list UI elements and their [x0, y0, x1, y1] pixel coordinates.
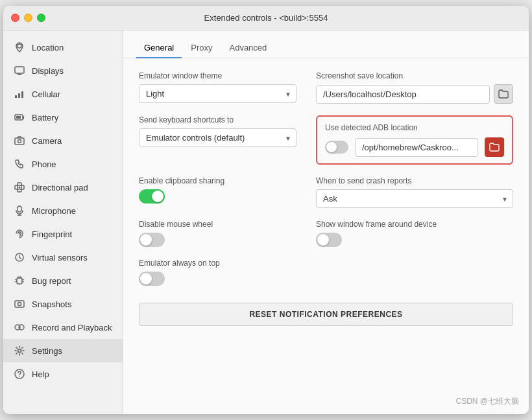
- sidebar-label-virtual-sensors: Virtual sensors: [32, 253, 88, 262]
- traffic-lights: [11, 14, 45, 22]
- window-frame-label: Show window frame around device: [316, 220, 513, 229]
- keyboard-shortcuts-group: Send keyboard shortcuts to Emulator cont…: [139, 115, 296, 165]
- tab-proxy[interactable]: Proxy: [183, 38, 220, 58]
- screenshot-path-field: [316, 84, 513, 104]
- sidebar-item-record-playback[interactable]: Record and Playback: [3, 316, 123, 339]
- close-button[interactable]: [11, 14, 19, 22]
- mouse-wheel-toggle[interactable]: [139, 233, 165, 247]
- sidebar-item-phone[interactable]: Phone: [3, 152, 123, 176]
- sidebar-label-fingerprint: Fingerprint: [32, 229, 72, 239]
- adb-path-input[interactable]: [355, 138, 478, 157]
- svg-point-0: [18, 44, 21, 48]
- emulator-theme-select[interactable]: Light: [139, 84, 296, 103]
- screenshot-folder-button[interactable]: [494, 84, 513, 104]
- microphone-icon: [14, 205, 25, 216]
- sidebar-item-snapshots[interactable]: Snapshots: [3, 292, 123, 316]
- fingerprint-icon: [14, 228, 25, 240]
- sidebar-label-phone: Phone: [32, 159, 56, 169]
- sidebar-item-microphone[interactable]: Microphone: [3, 199, 123, 222]
- snapshots-icon: [14, 298, 25, 310]
- always-on-top-toggle[interactable]: [139, 272, 165, 286]
- titlebar: Extended controls - <build>:5554: [3, 6, 529, 30]
- keyboard-shortcuts-select[interactable]: Emulator controls (default): [139, 128, 296, 147]
- sidebar-label-record-playback: Record and Playback: [32, 323, 112, 332]
- crash-reports-group: When to send crash reports Ask ▼: [316, 176, 513, 208]
- window-frame-toggle[interactable]: [316, 233, 342, 247]
- crash-reports-select[interactable]: Ask: [316, 189, 513, 208]
- keyboard-shortcuts-select-wrapper: Emulator controls (default) ▼: [139, 128, 296, 147]
- battery-icon: [14, 111, 25, 123]
- always-on-top-group: Emulator always on top: [139, 259, 296, 286]
- sidebar-item-bug-report[interactable]: Bug report: [3, 269, 123, 292]
- tab-general[interactable]: General: [136, 38, 182, 58]
- sidebar-item-fingerprint[interactable]: Fingerprint: [3, 222, 123, 246]
- sidebar-label-camera: Camera: [32, 136, 62, 146]
- directional-pad-icon: [14, 181, 25, 193]
- sidebar-item-settings[interactable]: Settings: [3, 339, 123, 362]
- svg-rect-3: [18, 93, 20, 98]
- mouse-wheel-label: Disable mouse wheel: [139, 220, 296, 229]
- phone-icon: [14, 158, 25, 170]
- virtual-sensors-icon: [14, 251, 25, 263]
- sidebar-label-bug-report: Bug report: [32, 276, 71, 286]
- sidebar-item-camera[interactable]: Camera: [3, 129, 123, 152]
- svg-rect-1: [15, 67, 24, 73]
- location-icon: [14, 41, 25, 53]
- sidebar-label-microphone: Microphone: [32, 206, 76, 216]
- sidebar-label-directional-pad: Directional pad: [32, 183, 88, 192]
- camera-icon: [14, 135, 25, 146]
- sidebar-label-cellular: Cellular: [32, 89, 60, 99]
- window-title: Extended controls - <build>:5554: [204, 13, 328, 23]
- svg-point-25: [18, 349, 21, 353]
- sidebar-item-location[interactable]: Location: [3, 36, 123, 59]
- sidebar-label-location: Location: [32, 43, 64, 52]
- screenshot-location-group: Screenshot save location: [316, 71, 513, 104]
- svg-rect-6: [16, 116, 21, 119]
- tabs-container: General Proxy Advanced: [123, 30, 529, 58]
- sidebar-item-help[interactable]: Help: [3, 362, 123, 386]
- svg-point-24: [19, 325, 24, 330]
- sidebar-label-help: Help: [32, 369, 49, 379]
- svg-point-22: [18, 303, 21, 306]
- sidebar: Location Displays Cellular Battery: [3, 30, 123, 414]
- sidebar-item-displays[interactable]: Displays: [3, 59, 123, 82]
- main-window: Extended controls - <build>:5554 Locatio…: [3, 6, 529, 414]
- minimize-button[interactable]: [24, 14, 32, 22]
- reset-btn-container: RESET NOTIFICATION PREFERENCES: [139, 298, 513, 326]
- sidebar-item-directional-pad[interactable]: Directional pad: [3, 176, 123, 199]
- sidebar-label-snapshots: Snapshots: [32, 299, 71, 309]
- clipboard-label: Enable clipboard sharing: [139, 176, 296, 185]
- svg-rect-16: [17, 278, 22, 284]
- sidebar-item-virtual-sensors[interactable]: Virtual sensors: [3, 246, 123, 269]
- mouse-wheel-toggle-container: [139, 233, 296, 247]
- sidebar-label-displays: Displays: [32, 66, 64, 76]
- clipboard-toggle-container: [139, 189, 296, 204]
- reset-notification-preferences-button[interactable]: RESET NOTIFICATION PREFERENCES: [139, 303, 513, 326]
- sidebar-item-cellular[interactable]: Cellular: [3, 82, 123, 106]
- clipboard-toggle[interactable]: [139, 189, 165, 204]
- settings-icon: [14, 345, 25, 356]
- svg-rect-7: [15, 138, 24, 145]
- always-on-top-toggle-container: [139, 272, 296, 286]
- adb-folder-button[interactable]: [485, 137, 504, 157]
- svg-point-11: [19, 187, 21, 189]
- svg-rect-2: [15, 95, 17, 98]
- sidebar-item-battery[interactable]: Battery: [3, 106, 123, 129]
- crash-reports-select-wrapper: Ask ▼: [316, 189, 513, 208]
- emulator-theme-label: Emulator window theme: [139, 71, 296, 80]
- settings-grid: Emulator window theme Light ▼ Screenshot…: [123, 58, 529, 339]
- record-playback-icon: [14, 321, 25, 333]
- adb-toggle[interactable]: [325, 141, 348, 154]
- adb-location-label: Use detected ADB location: [325, 123, 504, 132]
- content-area: General Proxy Advanced Emulator window t…: [123, 30, 529, 414]
- adb-location-group: Use detected ADB location: [316, 115, 513, 165]
- crash-reports-label: When to send crash reports: [316, 176, 513, 185]
- svg-point-27: [19, 376, 20, 377]
- svg-rect-21: [15, 301, 24, 307]
- maximize-button[interactable]: [37, 14, 45, 22]
- tab-advanced[interactable]: Advanced: [221, 38, 274, 58]
- bug-report-icon: [14, 275, 25, 286]
- screenshot-path-input[interactable]: [316, 85, 490, 104]
- screenshot-location-label: Screenshot save location: [316, 71, 513, 80]
- sidebar-label-settings: Settings: [32, 346, 62, 356]
